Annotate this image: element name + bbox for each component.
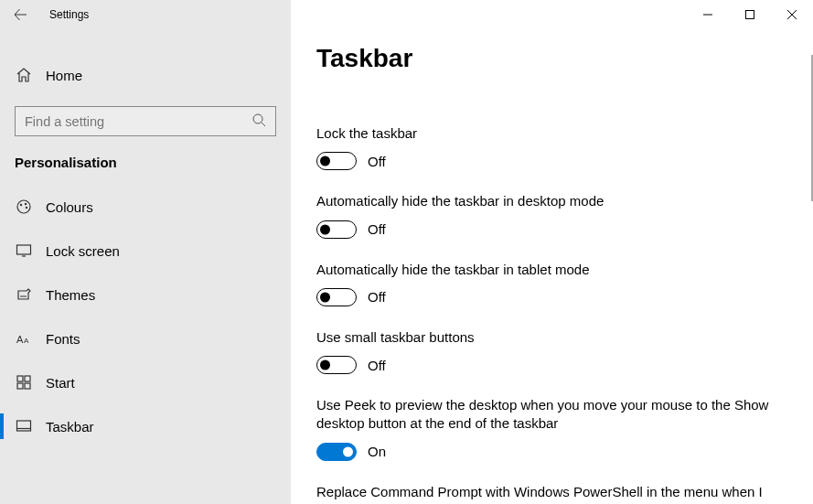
toggle-knob [343, 446, 353, 456]
toggle-lock-taskbar[interactable] [316, 152, 357, 170]
svg-rect-15 [17, 421, 31, 431]
toggle-knob [320, 224, 330, 234]
toggle-row: On [316, 443, 784, 461]
toggle-state-label: Off [368, 221, 386, 237]
svg-rect-18 [746, 11, 754, 19]
setting-label: Automatically hide the taskbar in tablet… [316, 261, 784, 279]
svg-text:A: A [24, 337, 29, 345]
main-content: Taskbar Lock the taskbarOffAutomatically… [291, 0, 813, 504]
nav-item-label: Lock screen [46, 243, 120, 259]
titlebar: Settings [0, 0, 291, 29]
toggle-knob [320, 360, 330, 370]
setting-label: Use Peek to preview the desktop when you… [316, 396, 784, 434]
close-icon [787, 10, 797, 19]
svg-rect-12 [25, 376, 30, 381]
setting-autohide-tablet: Automatically hide the taskbar in tablet… [316, 261, 784, 306]
start-icon [15, 374, 33, 391]
svg-point-0 [253, 114, 262, 123]
page-title: Taskbar [316, 44, 784, 73]
nav-item-label: Fonts [46, 331, 80, 347]
taskbar-icon [15, 418, 33, 434]
setting-peek-preview: Use Peek to preview the desktop when you… [316, 396, 784, 461]
window-controls [687, 0, 813, 29]
svg-line-1 [262, 123, 265, 126]
toggle-autohide-desktop[interactable] [316, 220, 357, 239]
svg-rect-6 [17, 245, 31, 254]
sidebar: Settings Home Personalisation ColoursLoc… [0, 0, 291, 504]
svg-point-3 [20, 204, 22, 206]
toggle-knob [320, 156, 330, 166]
nav-home[interactable]: Home [0, 55, 291, 95]
minimize-icon [703, 10, 712, 19]
setting-label: Use small taskbar buttons [316, 328, 784, 347]
svg-point-4 [25, 203, 27, 205]
setting-label: Lock the taskbar [316, 124, 784, 143]
nav-item-taskbar[interactable]: Taskbar [0, 404, 291, 448]
maximize-button[interactable] [729, 0, 771, 29]
arrow-left-icon [13, 7, 27, 22]
colours-icon [15, 198, 33, 215]
toggle-state-label: On [368, 444, 386, 459]
svg-rect-13 [17, 383, 23, 389]
nav-item-label: Themes [46, 287, 95, 303]
svg-point-5 [26, 207, 27, 209]
nav-home-label: Home [46, 68, 82, 83]
toggle-row: Off [316, 288, 784, 306]
setting-autohide-desktop: Automatically hide the taskbar in deskto… [316, 192, 784, 238]
nav-item-lock-screen[interactable]: Lock screen [0, 229, 291, 273]
back-button[interactable] [0, 0, 40, 29]
search-icon [251, 113, 266, 131]
nav-item-label: Taskbar [46, 419, 94, 434]
themes-icon [15, 286, 33, 303]
lock-screen-icon [15, 242, 33, 259]
search-input[interactable] [25, 114, 251, 129]
close-button[interactable] [771, 0, 813, 29]
setting-powershell: Replace Command Prompt with Windows Powe… [316, 483, 784, 505]
toggle-state-label: Off [368, 358, 386, 373]
nav-item-colours[interactable]: Colours [0, 185, 291, 229]
nav-item-themes[interactable]: Themes [0, 273, 291, 316]
toggle-state-label: Off [368, 154, 386, 169]
minimize-button[interactable] [687, 0, 729, 29]
nav-item-label: Start [46, 375, 75, 391]
svg-rect-11 [17, 376, 23, 381]
nav-item-fonts[interactable]: AAFonts [0, 316, 291, 360]
category-title: Personalisation [0, 136, 291, 177]
setting-label: Automatically hide the taskbar in deskto… [316, 192, 784, 210]
toggle-knob [320, 292, 330, 302]
toggle-small-buttons[interactable] [316, 356, 357, 374]
setting-small-buttons: Use small taskbar buttonsOff [316, 328, 784, 374]
svg-rect-14 [25, 383, 30, 389]
toggle-row: Off [316, 356, 784, 374]
toggle-row: Off [316, 152, 784, 170]
toggle-autohide-tablet[interactable] [316, 288, 357, 306]
setting-label: Replace Command Prompt with Windows Powe… [316, 483, 784, 505]
maximize-icon [745, 10, 754, 19]
svg-text:A: A [16, 334, 24, 345]
home-icon [15, 67, 33, 83]
toggle-row: Off [316, 220, 784, 239]
nav-item-start[interactable]: Start [0, 360, 291, 404]
settings-list: Lock the taskbarOffAutomatically hide th… [316, 124, 784, 504]
fonts-icon: AA [15, 330, 33, 347]
search-box[interactable] [15, 106, 276, 136]
nav-list: ColoursLock screenThemesAAFontsStartTask… [0, 185, 291, 448]
toggle-peek-preview[interactable] [316, 443, 357, 461]
setting-lock-taskbar: Lock the taskbarOff [316, 124, 784, 170]
toggle-state-label: Off [368, 289, 386, 305]
svg-point-2 [17, 200, 30, 213]
app-title: Settings [49, 8, 89, 21]
nav-item-label: Colours [46, 199, 93, 215]
